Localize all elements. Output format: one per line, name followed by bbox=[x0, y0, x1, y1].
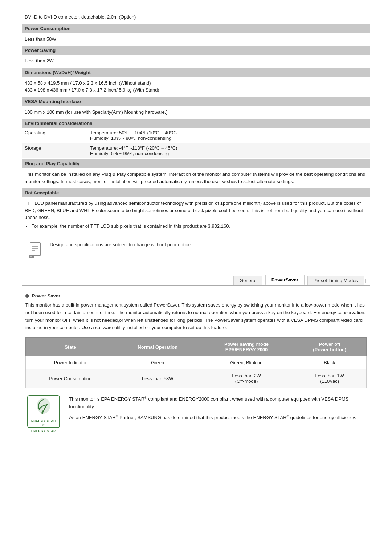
storage-label: Storage bbox=[22, 143, 87, 158]
energy-star-bottom-label: ENERGY STAR bbox=[31, 429, 56, 433]
notice-icon bbox=[27, 241, 45, 259]
vesa-value: 100 mm x 100 mm (for use with Specialty(… bbox=[22, 106, 370, 118]
row-indicator-label: Power Indicator bbox=[26, 356, 115, 369]
environmental-header: Environmental considerations bbox=[22, 119, 370, 128]
svg-rect-0 bbox=[30, 243, 40, 256]
storage-value: Temperature: -4°F ~113°F (-20°C ~ 45°C) … bbox=[87, 143, 370, 158]
operating-label: Operating bbox=[22, 128, 87, 143]
connector-line: DVI-D to DVI-D connector, detachable, 2.… bbox=[22, 11, 370, 23]
ps-body: This monitor has a built-in power manage… bbox=[25, 301, 367, 332]
row-consumption-saving: Less than 2W(Off-mode) bbox=[200, 369, 293, 388]
col-state: State bbox=[26, 338, 115, 356]
col-normal: Normal Operation bbox=[115, 338, 200, 356]
energy-star-label: ® bbox=[42, 423, 45, 427]
energy-star-logo: ENERGY STAR ® ENERGY STAR bbox=[25, 395, 62, 433]
plug-play-content: This monitor can be installed on any Plu… bbox=[22, 168, 370, 187]
energy-star-section: ENERGY STAR ® ENERGY STAR This monitor i… bbox=[25, 395, 367, 433]
tabs-bar: General | PowerSaver | Preset Timing Mod… bbox=[22, 275, 370, 286]
col-off: Power off(Power button) bbox=[293, 338, 367, 356]
dimensions-value: 433 x 58 x 419.5 mm / 17.0 x 2.3 x 16.5 … bbox=[22, 77, 370, 96]
power-state-table: State Normal Operation Power saving mode… bbox=[25, 337, 367, 388]
ps-title: Power Saver bbox=[32, 293, 60, 299]
tab-separator-2: | bbox=[305, 276, 307, 285]
dot-acceptable-content: TFT LCD panel manufactured by using adva… bbox=[22, 197, 370, 232]
row-consumption-label: Power Consumption bbox=[26, 369, 115, 388]
svg-rect-4 bbox=[29, 255, 34, 258]
power-consumption-header: Power Consumption bbox=[22, 24, 370, 33]
vesa-header: VESA Mounting Interface bbox=[22, 97, 370, 106]
power-consumption-value: Less than 58W bbox=[22, 33, 370, 45]
table-row: Power Indicator Green Green, Blinking Bl… bbox=[26, 356, 367, 369]
notice-text: Design and specifications are subject to… bbox=[50, 241, 192, 248]
energy-star-text: ENERGY STAR bbox=[31, 419, 56, 422]
ps-dot-icon bbox=[25, 294, 29, 298]
environmental-table: Operating Temperature: 50°F ~ 104°F(10°C… bbox=[22, 128, 370, 158]
tab-powersaver[interactable]: PowerSaver bbox=[265, 275, 305, 285]
notice-box: Design and specifications are subject to… bbox=[22, 236, 370, 264]
table-row: Power Consumption Less than 58W Less tha… bbox=[26, 369, 367, 388]
power-saving-header: Power Saving bbox=[22, 46, 370, 55]
power-saver-section: Power Saver This monitor has a built-in … bbox=[22, 293, 370, 433]
row-indicator-saving: Green, Blinking bbox=[200, 356, 293, 369]
tab-general[interactable]: General bbox=[233, 276, 262, 285]
tab-separator-3: | bbox=[364, 276, 367, 285]
row-consumption-normal: Less than 58W bbox=[115, 369, 200, 388]
dot-acceptable-bullet: For example, the number of TFT LCD sub p… bbox=[31, 223, 367, 230]
row-consumption-off: Less than 1W(110Vac) bbox=[293, 369, 367, 388]
row-indicator-off: Black bbox=[293, 356, 367, 369]
tab-preset-timing[interactable]: Preset Timing Modes bbox=[307, 276, 364, 285]
operating-value: Temperature: 50°F ~ 104°F(10°C ~ 40°C) H… bbox=[87, 128, 370, 143]
energy-star-text-content: This monitor is EPA ENERGY STAR® complia… bbox=[69, 395, 367, 422]
dimensions-header: Dimensions (WxDxH)/ Weight bbox=[22, 68, 370, 77]
col-saving: Power saving modeEPA/ENERGY 2000 bbox=[200, 338, 293, 356]
tab-separator-1: | bbox=[262, 276, 265, 285]
plug-play-header: Plug and Play Capability bbox=[22, 159, 370, 168]
dot-acceptable-header: Dot Acceptable bbox=[22, 188, 370, 197]
power-saving-value: Less than 2W bbox=[22, 55, 370, 67]
row-indicator-normal: Green bbox=[115, 356, 200, 369]
